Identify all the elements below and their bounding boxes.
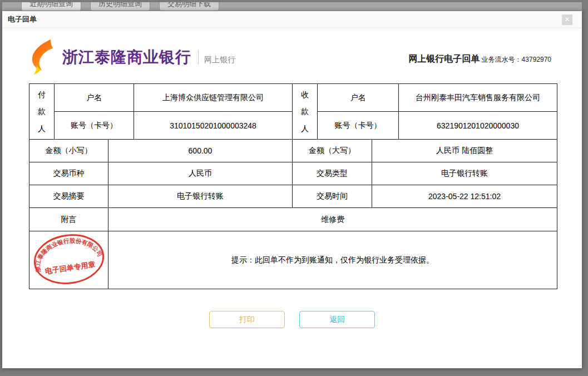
remark-value: 维修费 xyxy=(108,208,557,231)
logo-divider xyxy=(198,50,199,65)
bank-stamp-cell: 浙江泰隆商业银行股份有限公司 电子回单专用章 xyxy=(29,231,108,289)
transaction-details-download-button[interactable]: 交易明细下载 xyxy=(159,2,219,11)
background-toolbar: 近期明细查询 历史明细查询 交易明细下载 xyxy=(21,2,219,11)
summary-value: 电子银行转账 xyxy=(108,185,293,208)
serial-number: 43792970 xyxy=(522,56,551,63)
recent-details-query-button[interactable]: 近期明细查询 xyxy=(21,2,81,11)
bank-name: 浙江泰隆商业银行 xyxy=(62,47,191,68)
payer-account-value: 31010150201000003248 xyxy=(134,112,293,140)
payer-name-label: 户名 xyxy=(55,84,134,112)
payer-account-label: 账号（卡号） xyxy=(55,112,134,140)
fish-logo-icon xyxy=(30,39,59,75)
payer-role-cell: 付款人 xyxy=(29,84,55,140)
receipt-title: 网上银行电子回单 xyxy=(408,54,480,63)
action-buttons: 打印 返回 xyxy=(2,311,582,328)
currency-label: 交易币种 xyxy=(29,162,108,185)
payee-account-label: 账号（卡号） xyxy=(318,112,399,140)
history-details-query-button[interactable]: 历史明细查询 xyxy=(90,2,150,11)
transaction-type-label: 交易类型 xyxy=(293,162,372,185)
receipt-title-block: 网上银行电子回单 业务流水号：43792970 xyxy=(408,53,551,75)
payee-account-value: 6321901201020000030 xyxy=(399,112,557,140)
currency-value: 人民币 xyxy=(108,162,293,185)
amount-upper-label: 金额（大写） xyxy=(293,140,372,162)
amount-lower-value: 600.00 xyxy=(108,140,293,162)
transaction-type-value: 电子银行转账 xyxy=(372,162,557,185)
summary-label: 交易摘要 xyxy=(29,185,108,208)
back-button[interactable]: 返回 xyxy=(299,311,375,328)
remark-label: 附言 xyxy=(29,208,108,231)
channel-name: 网上银行 xyxy=(204,50,235,65)
close-icon[interactable]: ✕ xyxy=(562,14,572,25)
payee-name-label: 户名 xyxy=(318,84,399,112)
payee-name-value: 台州刚泰丰田汽车销售服务有限公司 xyxy=(399,84,557,112)
amount-upper-value: 人民币 陆佰圆整 xyxy=(372,140,557,162)
dimmed-page-background: 近期明细查询 历史明细查询 交易明细下载 xyxy=(2,2,582,12)
receipt-header: 浙江泰隆商业银行 网上银行 网上银行电子回单 业务流水号：43792970 xyxy=(2,28,582,75)
modal-titlebar: 电子回单 ✕ xyxy=(2,11,582,28)
payee-role-cell: 收款人 xyxy=(293,84,318,140)
transaction-time-value: 2023-05-22 12:51:02 xyxy=(372,185,557,208)
bank-logo: 浙江泰隆商业银行 网上银行 xyxy=(30,39,235,75)
stamp-center-text: 电子回单专用章 xyxy=(45,260,96,276)
amount-lower-label: 金额（小写） xyxy=(29,140,108,162)
serial-label: 业务流水号： xyxy=(480,56,521,63)
transaction-time-label: 交易时间 xyxy=(293,185,372,208)
print-button[interactable]: 打印 xyxy=(209,311,285,328)
receipt-table: 付款人 户名 上海博众供应链管理有限公司 收款人 户名 台州刚泰丰田汽车销售服务… xyxy=(29,83,557,289)
modal-title: 电子回单 xyxy=(8,14,37,24)
e-receipt-modal: 电子回单 ✕ 浙江泰隆商业银行 网上银行 网上银行电子回单 业务流水号：4379… xyxy=(2,11,582,368)
hint-text: 提示：此回单不作为到账通知，仅作为银行业务受理依据。 xyxy=(108,231,557,289)
electronic-receipt-stamp-icon: 浙江泰隆商业银行股份有限公司 电子回单专用章 xyxy=(32,232,106,286)
payer-name-value: 上海博众供应链管理有限公司 xyxy=(134,84,293,112)
